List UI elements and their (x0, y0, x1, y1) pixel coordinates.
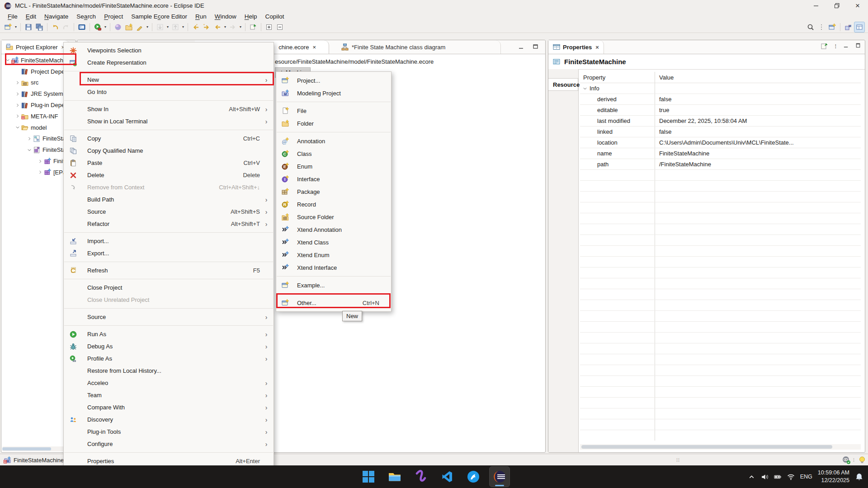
toolbar-persp-new-button[interactable] (827, 22, 837, 32)
toolbar-redo-button[interactable] (61, 22, 71, 32)
menubar-item-help[interactable]: Help (241, 12, 261, 21)
menu-item-class[interactable]: CClass (276, 147, 391, 160)
maximize-view-icon[interactable] (533, 43, 539, 52)
minimize-view-icon[interactable] (843, 42, 849, 50)
menu-item-build-path[interactable]: Build Path› (64, 193, 274, 206)
menu-item-import[interactable]: Import... (64, 235, 274, 247)
property-row-path[interactable]: path/FiniteStateMachine (580, 159, 861, 170)
properties-group-info[interactable]: Info (580, 83, 861, 94)
dropdown-caret-icon[interactable]: ▾ (165, 25, 170, 29)
dropdown-caret-icon[interactable]: ▾ (14, 25, 18, 29)
close-icon[interactable]: × (312, 44, 316, 51)
menu-item-source[interactable]: Source› (64, 311, 274, 323)
language-indicator[interactable]: ENG (800, 474, 812, 480)
menu-item-record[interactable]: RRecord (276, 198, 391, 211)
menubar-item-navigate[interactable]: Navigate (40, 12, 72, 21)
taskbar-app-eclipse[interactable] (490, 467, 509, 487)
menubar-item-window[interactable]: Window (211, 12, 241, 21)
dropdown-caret-icon[interactable]: ▾ (238, 25, 243, 29)
toolbar-dots-button[interactable] (816, 22, 826, 32)
minimize-button[interactable] (806, 0, 826, 11)
menu-item-go-into[interactable]: Go Into (64, 86, 274, 98)
property-row-linked[interactable]: linkedfalse (580, 127, 861, 137)
menu-item-xtend-enum[interactable]: Xtend Enum (276, 249, 391, 261)
menu-item-file[interactable]: File (276, 104, 391, 117)
toolbar-run-tb-button[interactable] (93, 22, 103, 32)
chevron-right-icon[interactable] (26, 136, 33, 141)
properties-horizontal-scrollbar[interactable] (580, 444, 861, 450)
taskbar-app-start[interactable] (359, 467, 378, 487)
toolbar-fwd-star-button[interactable]: * (202, 22, 212, 32)
toolbar-save-button[interactable] (24, 22, 33, 32)
toolbar-sphere-button[interactable] (113, 22, 123, 32)
dropdown-caret-icon[interactable]: ▾ (181, 25, 185, 29)
toolbar-pen-button[interactable] (135, 22, 145, 32)
property-row-editable[interactable]: editabletrue (580, 105, 861, 116)
dropdown-caret-icon[interactable]: ▾ (103, 25, 108, 29)
chevron-right-icon[interactable] (37, 170, 44, 174)
menu-item-delete[interactable]: DeleteDelete (64, 169, 274, 181)
toolbar-undo-button[interactable] (50, 22, 60, 32)
close-icon[interactable]: × (595, 44, 599, 51)
toolbar-open-wiz-button[interactable] (124, 22, 134, 32)
editor-tab-finite-state-machine-class-diagram[interactable]: *Finite State Machine class diagram (335, 40, 501, 54)
menu-item-remove-from-context[interactable]: Remove from ContextCtrl+Alt+Shift+↓ (64, 181, 274, 193)
chevron-down-icon[interactable] (26, 148, 33, 152)
menu-item-modeling-project[interactable]: MModeling Project (276, 87, 391, 99)
tab-resource[interactable]: Resource (548, 78, 578, 91)
minimize-view-icon[interactable] (518, 43, 524, 52)
toolbar-save-all-button[interactable] (34, 22, 44, 32)
dropdown-caret-icon[interactable]: ▾ (223, 25, 227, 29)
speaker-icon[interactable] (761, 473, 769, 481)
taskbar-app-explorer[interactable] (385, 467, 405, 487)
notification-bell-icon[interactable] (855, 473, 863, 481)
property-row-derived[interactable]: derivedfalse (580, 94, 861, 105)
tray-chevron-up-icon[interactable] (748, 473, 755, 481)
menubar-item-edit[interactable]: Edit (22, 12, 40, 21)
chevron-right-icon[interactable] (14, 92, 21, 96)
menu-item-paste[interactable]: PasteCtrl+V (64, 157, 274, 169)
menu-item-xtend-class[interactable]: Xtend Class (276, 236, 391, 249)
menu-item-show-in[interactable]: Show InAlt+Shift+W› (64, 103, 274, 115)
battery-icon[interactable] (774, 473, 782, 481)
menu-item-restore-from-local-history[interactable]: Restore from Local History... (64, 365, 274, 377)
maximize-view-icon[interactable] (855, 42, 861, 50)
taskbar-app-visual-studio[interactable] (411, 467, 431, 487)
tab-project-explorer[interactable]: Project Explorer × (1, 40, 70, 54)
lightbulb-icon[interactable] (858, 456, 866, 464)
menu-item-refactor[interactable]: RefactorAlt+Shift+T› (64, 218, 274, 230)
toolbar-back-button[interactable] (212, 22, 222, 32)
toolbar-collapse-button[interactable] (275, 22, 285, 32)
menu-item-create-representation[interactable]: Create Representation (64, 56, 274, 69)
menu-item-copy-qualified-name[interactable]: Copy Qualified Name (64, 145, 274, 157)
menubar-item-search[interactable]: Search (72, 12, 100, 21)
menu-item-close-project[interactable]: Close Project (64, 282, 274, 294)
menu-item-acceleo[interactable]: Acceleo› (64, 377, 274, 389)
menu-item-source[interactable]: SourceAlt+Shift+S› (64, 206, 274, 218)
menu-item-viewpoints-selection[interactable]: Viewpoints Selection (64, 44, 274, 56)
menu-item-compare-with[interactable]: Compare With› (64, 401, 274, 413)
menu-item-run-as[interactable]: Run As› (64, 328, 274, 340)
property-row-last-modified[interactable]: last modifiedDecember 22, 2025, 10:58:04… (580, 116, 861, 127)
pin-view-icon[interactable] (821, 42, 828, 50)
wifi-icon[interactable] (787, 473, 795, 481)
taskbar-app-wolf-browser[interactable] (463, 467, 483, 487)
menu-item-configure[interactable]: Configure› (64, 438, 274, 450)
property-row-location[interactable]: locationC:\Users\Admin\Documents\Univ\MC… (580, 137, 861, 148)
chevron-right-icon[interactable] (14, 80, 21, 85)
menu-item-discovery[interactable]: Discovery› (64, 413, 274, 426)
menubar-item-project[interactable]: Project (100, 12, 127, 21)
toolbar-new-wiz-button[interactable] (3, 22, 13, 32)
toolbar-persp-model-button[interactable]: M (843, 22, 853, 32)
toolbar-search-button[interactable] (806, 22, 816, 32)
chevron-right-icon[interactable] (14, 103, 21, 108)
menu-item-export[interactable]: Export... (64, 247, 274, 259)
property-row-name[interactable]: nameFiniteStateMachine (580, 148, 861, 159)
tab-properties[interactable]: Properties × (548, 40, 604, 54)
clock[interactable]: 10:59:06 AM 12/22/2025 (818, 469, 849, 484)
chevron-down-icon[interactable] (14, 125, 21, 130)
toolbar-terminal-button[interactable] (77, 22, 87, 32)
menu-item-profile-as[interactable]: Profile As› (64, 352, 274, 365)
close-button[interactable]: × (847, 0, 868, 11)
menu-item-example[interactable]: Example... (276, 279, 391, 291)
